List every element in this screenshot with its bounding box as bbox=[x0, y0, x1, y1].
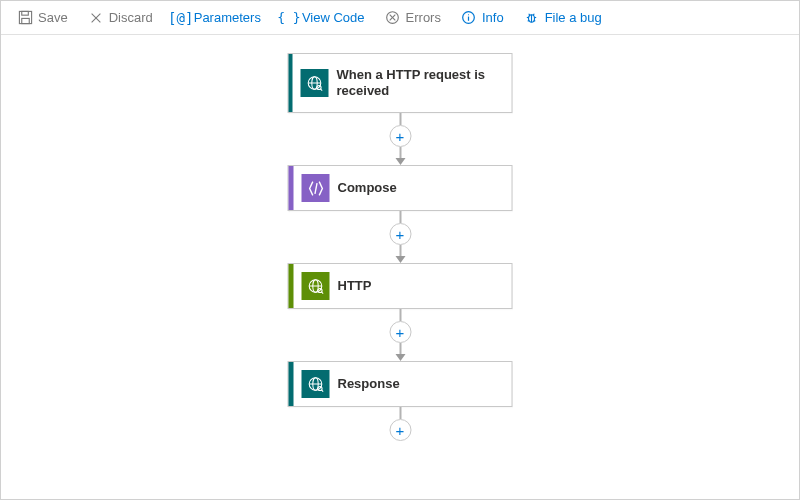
svg-line-16 bbox=[534, 20, 535, 21]
workflow: When a HTTP request is received+Compose+… bbox=[288, 53, 513, 441]
connector-line bbox=[399, 407, 401, 419]
svg-line-15 bbox=[528, 20, 529, 21]
node-accent bbox=[289, 166, 294, 210]
add-step-button[interactable]: + bbox=[389, 321, 411, 343]
node-icon bbox=[301, 69, 329, 97]
svg-line-18 bbox=[533, 14, 534, 15]
svg-rect-1 bbox=[21, 11, 28, 15]
node-accent bbox=[289, 264, 294, 308]
errors-icon bbox=[385, 10, 401, 26]
workflow-node[interactable]: Compose bbox=[288, 165, 513, 211]
designer-canvas[interactable]: When a HTTP request is received+Compose+… bbox=[1, 35, 799, 499]
node-icon bbox=[302, 174, 330, 202]
view-code-label: View Code bbox=[302, 10, 365, 25]
info-label: Info bbox=[482, 10, 504, 25]
arrow-down-icon bbox=[395, 158, 405, 165]
connector: + bbox=[389, 211, 411, 263]
svg-rect-2 bbox=[21, 18, 29, 23]
node-icon bbox=[302, 272, 330, 300]
bug-icon bbox=[524, 10, 540, 26]
errors-label: Errors bbox=[406, 10, 441, 25]
add-step-button[interactable]: + bbox=[389, 223, 411, 245]
errors-button[interactable]: Errors bbox=[377, 6, 449, 30]
node-accent bbox=[289, 362, 294, 406]
save-icon bbox=[17, 10, 33, 26]
file-bug-label: File a bug bbox=[545, 10, 602, 25]
arrow-down-icon bbox=[395, 256, 405, 263]
workflow-node[interactable]: HTTP bbox=[288, 263, 513, 309]
connector-line bbox=[399, 113, 401, 125]
toolbar: Save Discard [@] Parameters { } View Cod… bbox=[1, 1, 799, 35]
arrow-down-icon bbox=[395, 354, 405, 361]
view-code-button[interactable]: { } View Code bbox=[273, 6, 373, 30]
discard-button[interactable]: Discard bbox=[80, 6, 161, 30]
add-step-button[interactable]: + bbox=[389, 419, 411, 441]
save-label: Save bbox=[38, 10, 68, 25]
svg-line-23 bbox=[320, 89, 322, 91]
workflow-node[interactable]: When a HTTP request is received bbox=[288, 53, 513, 113]
connector-line bbox=[399, 309, 401, 321]
connector: + bbox=[389, 407, 411, 441]
svg-line-29 bbox=[321, 292, 323, 294]
workflow-node[interactable]: Response bbox=[288, 361, 513, 407]
connector-line bbox=[399, 211, 401, 223]
node-label: Compose bbox=[338, 180, 407, 196]
node-label: HTTP bbox=[338, 278, 382, 294]
parameters-button[interactable]: [@] Parameters bbox=[165, 6, 269, 30]
connector: + bbox=[389, 309, 411, 361]
parameters-icon: [@] bbox=[173, 10, 189, 26]
svg-line-17 bbox=[529, 14, 530, 15]
node-label: When a HTTP request is received bbox=[337, 67, 512, 100]
svg-line-24 bbox=[314, 183, 316, 194]
info-icon bbox=[461, 10, 477, 26]
save-button[interactable]: Save bbox=[9, 6, 76, 30]
node-accent bbox=[289, 54, 293, 112]
discard-label: Discard bbox=[109, 10, 153, 25]
node-label: Response bbox=[338, 376, 410, 392]
connector: + bbox=[389, 113, 411, 165]
discard-icon bbox=[88, 10, 104, 26]
info-button[interactable]: Info bbox=[453, 6, 512, 30]
file-bug-button[interactable]: File a bug bbox=[516, 6, 610, 30]
svg-line-34 bbox=[321, 390, 323, 392]
code-icon: { } bbox=[281, 10, 297, 26]
add-step-button[interactable]: + bbox=[389, 125, 411, 147]
node-icon bbox=[302, 370, 330, 398]
svg-point-9 bbox=[468, 14, 469, 15]
parameters-label: Parameters bbox=[194, 10, 261, 25]
